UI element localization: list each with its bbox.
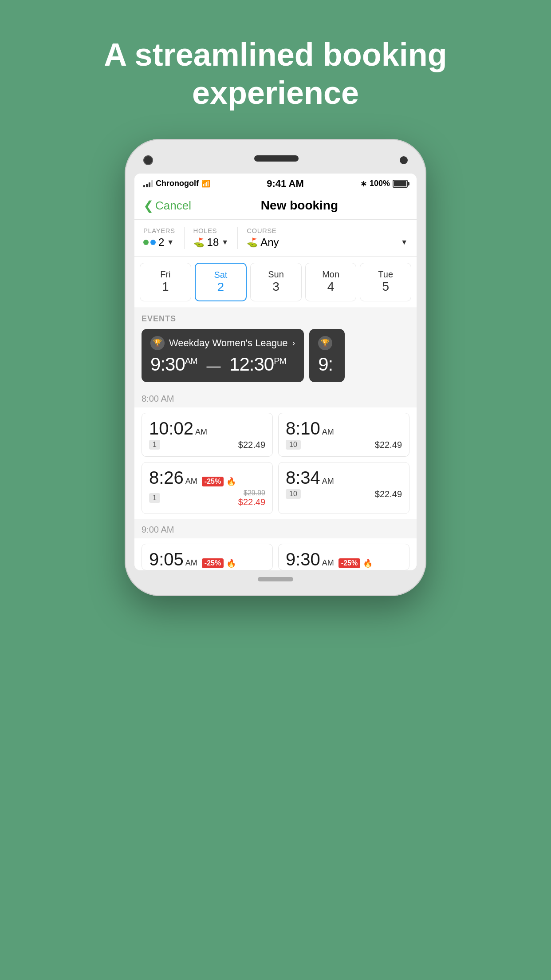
holes-label: HOLES <box>193 227 229 234</box>
day-name: Fri <box>160 269 170 280</box>
home-indicator <box>258 577 293 581</box>
price-discounted: $22.49 <box>238 497 265 507</box>
slot-ampm: AM <box>322 558 334 568</box>
slot-ampm: AM <box>185 477 197 486</box>
slot-price: $22.49 <box>238 440 265 450</box>
slot-time: 10:02 <box>149 419 193 437</box>
players-value: 2 <box>158 236 164 249</box>
slot-price: $22.49 <box>375 489 402 499</box>
slot-905[interactable]: 9:05 AM -25% 🔥 <box>142 544 273 570</box>
day-name: Sun <box>268 269 284 280</box>
slot-time: 9:05 <box>149 550 184 568</box>
selector-divider-1 <box>184 227 185 249</box>
battery-icon <box>393 180 408 188</box>
slot-number: 10 <box>286 440 301 450</box>
slot-ampm: AM <box>322 427 334 437</box>
slot-number: 1 <box>149 493 160 503</box>
slot-930[interactable]: 9:30 AM -25% 🔥 <box>278 544 409 570</box>
battery-percent: 100% <box>370 179 390 188</box>
slot-time: 9:30 <box>286 550 320 568</box>
signal-icon <box>143 180 153 187</box>
cancel-label[interactable]: Cancel <box>155 199 191 213</box>
status-time: 9:41 AM <box>267 178 304 190</box>
events-scroll[interactable]: 🏆 Weekday Women's League › 9:30AM — 12:3… <box>142 329 409 388</box>
sensor-icon <box>400 156 408 164</box>
time-group-label-8am: 8:00 AM <box>134 388 417 407</box>
time-group-label-9am: 9:00 AM <box>134 519 417 538</box>
holes-chevron-icon: ▼ <box>221 238 228 246</box>
day-name: Tue <box>378 269 393 280</box>
slots-grid-9am: 9:05 AM -25% 🔥 9:30 AM -25% <box>134 538 417 570</box>
phone-screen: Chronogolf 📶 9:41 AM ∗ 100% ❮ Cancel New… <box>134 174 417 570</box>
selector-divider-2 <box>237 227 238 249</box>
slot-826[interactable]: 8:26 AM -25% 🔥 1 $29.99 $22.49 <box>142 462 273 514</box>
slot-ampm: AM <box>185 558 197 568</box>
carrier-name: Chronogolf <box>156 179 199 188</box>
phone-outer: Chronogolf 📶 9:41 AM ∗ 100% ❮ Cancel New… <box>125 139 426 596</box>
date-cell-sun[interactable]: Sun 3 <box>250 263 302 301</box>
course-chevron-icon: ▼ <box>401 238 408 246</box>
day-num: 3 <box>272 280 279 294</box>
fire-icon-9: 🔥 <box>226 558 236 568</box>
price-original: $29.99 <box>244 489 265 497</box>
slot-time: 8:10 <box>286 419 320 437</box>
event-card-1[interactable]: 🏆 Weekday Women's League › 9:30AM — 12:3… <box>142 329 304 382</box>
trophy-icon-2: 🏆 <box>318 336 332 350</box>
events-section: EVENTS 🏆 Weekday Women's League › 9:30AM… <box>134 308 417 388</box>
status-bar: Chronogolf 📶 9:41 AM ∗ 100% <box>134 174 417 193</box>
players-chevron-icon: ▼ <box>167 238 174 246</box>
day-name: Sat <box>214 270 227 280</box>
discount-badges-930: -25% 🔥 <box>338 558 373 568</box>
bluetooth-icon: ∗ <box>360 179 367 189</box>
page-title: New booking <box>191 198 408 213</box>
date-cell-tue[interactable]: Tue 5 <box>360 263 411 301</box>
slot-810[interactable]: 8:10 AM 10 $22.49 <box>278 413 409 457</box>
day-num: 1 <box>162 280 169 294</box>
camera-icon <box>143 155 153 165</box>
discount-badge-930: -25% <box>338 558 360 568</box>
players-dots <box>143 240 156 245</box>
slot-time: 8:26 <box>149 469 184 486</box>
slot-number: 10 <box>286 489 301 499</box>
date-row: Fri 1 Sat 2 Sun 3 Mon 4 Tue 5 <box>134 257 417 308</box>
slot-number: 1 <box>149 440 160 450</box>
slots-grid-8am: 10:02 AM 1 $22.49 8:10 AM 10 <box>134 407 417 519</box>
discount-badge: -25% <box>202 477 224 486</box>
day-num: 4 <box>327 280 335 294</box>
fire-icon: 🔥 <box>226 477 236 486</box>
time-group-8am: 8:00 AM 10:02 AM 1 $22.49 8:10 <box>134 388 417 519</box>
time-group-9am: 9:00 AM 9:05 AM -25% 🔥 <box>134 519 417 570</box>
players-selector[interactable]: PLAYERS 2 ▼ <box>143 227 175 249</box>
holes-selector[interactable]: HOLES ⛳ 18 ▼ <box>193 227 229 249</box>
holes-value: 18 <box>207 236 219 249</box>
discount-badges: -25% 🔥 <box>202 477 236 486</box>
players-label: PLAYERS <box>143 227 175 234</box>
trophy-icon: 🏆 <box>150 336 165 350</box>
course-pin-icon: ⛳ <box>247 237 258 248</box>
course-label: COURSE <box>247 227 408 234</box>
slot-ampm: AM <box>195 427 207 437</box>
wifi-icon: 📶 <box>201 179 210 188</box>
back-chevron-icon: ❮ <box>143 198 153 213</box>
slot-1002[interactable]: 10:02 AM 1 $22.49 <box>142 413 273 457</box>
day-num: 2 <box>217 280 224 294</box>
day-name: Mon <box>322 269 339 280</box>
slot-price: $22.49 <box>375 440 402 450</box>
selectors-row: PLAYERS 2 ▼ HOLES ⛳ 18 ▼ <box>134 220 417 257</box>
event-time-range: 9:30AM — 12:30PM <box>150 354 295 375</box>
course-value: Any <box>260 236 279 249</box>
slot-ampm: AM <box>322 477 334 486</box>
date-cell-sat[interactable]: Sat 2 <box>195 263 247 301</box>
event-name: Weekday Women's League <box>169 337 288 349</box>
discount-badge-9: -25% <box>202 558 224 568</box>
event-card-2-partial[interactable]: 🏆 9: <box>309 329 345 382</box>
slot-time: 8:34 <box>286 469 320 486</box>
cancel-button[interactable]: ❮ Cancel <box>143 198 191 213</box>
date-cell-mon[interactable]: Mon 4 <box>305 263 357 301</box>
slot-834[interactable]: 8:34 AM 10 $22.49 <box>278 462 409 514</box>
discount-badges-9: -25% 🔥 <box>202 558 236 568</box>
date-cell-fri[interactable]: Fri 1 <box>140 263 191 301</box>
course-selector[interactable]: COURSE ⛳ Any ▼ <box>247 227 408 249</box>
fire-icon-930: 🔥 <box>363 558 373 568</box>
event-time-partial: 9: <box>318 354 336 375</box>
